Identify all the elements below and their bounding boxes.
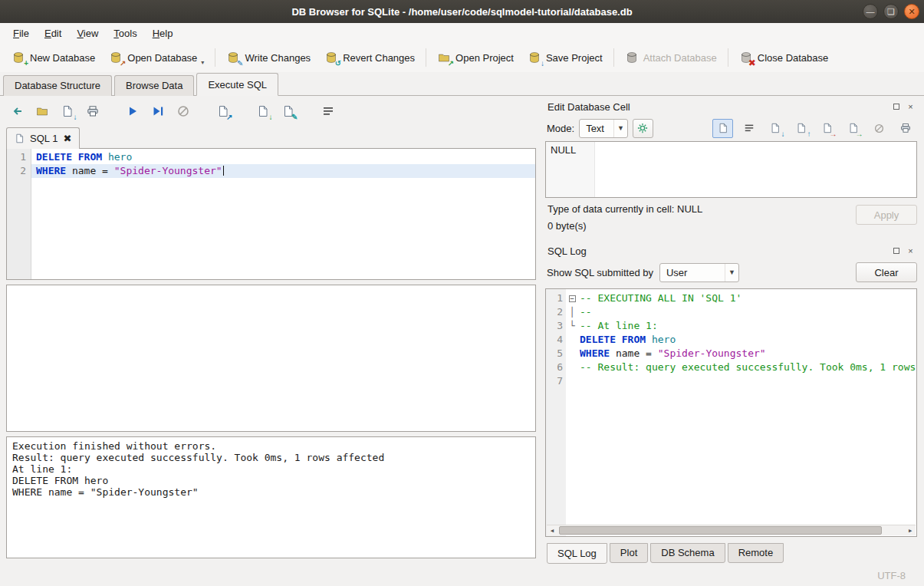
tab-db-schema[interactable]: DB Schema xyxy=(650,543,725,563)
sql-log-view[interactable]: 1 2 3 4 5 6 7 − │ └ xyxy=(545,288,917,537)
tab-plot[interactable]: Plot xyxy=(610,543,648,563)
cell-settings-button[interactable] xyxy=(633,119,653,138)
fold-collapse-icon[interactable]: − xyxy=(569,295,576,302)
print-cell-button[interactable] xyxy=(895,119,916,138)
export-results-button[interactable]: ↗ xyxy=(212,101,233,121)
sql-log-filter-row: Show SQL submitted by User ▼ Clear xyxy=(545,259,917,285)
line-number: 5 xyxy=(546,347,563,360)
maximize-icon: ❏ xyxy=(887,8,895,16)
results-grid[interactable] xyxy=(6,285,536,432)
dock-float-icon[interactable] xyxy=(891,102,901,112)
new-sql-tab-button[interactable] xyxy=(6,101,27,121)
copy-cell-icon: ↑ xyxy=(794,122,808,135)
open-project-icon: ↗ xyxy=(437,51,451,64)
execute-sql-panel: ↓ ↗ ↓ ✎ SQL 1 ✖ xyxy=(0,96,541,565)
open-cell-file-button[interactable]: ↓ xyxy=(765,119,785,138)
close-button[interactable]: ✕ xyxy=(904,4,919,19)
open-database-button[interactable]: ↗ Open Database ▾ xyxy=(102,46,211,69)
revert-changes-button[interactable]: ↺ Revert Changes xyxy=(317,46,422,69)
minimize-icon: — xyxy=(866,8,875,16)
revert-changes-icon: ↺ xyxy=(324,51,338,64)
new-database-button[interactable]: + New Database xyxy=(5,46,102,69)
encoding-indicator[interactable]: UTF-8 xyxy=(877,570,906,581)
log-code-area: -- EXECUTING ALL IN 'SQL 1' -- -- At lin… xyxy=(578,289,916,536)
main-toolbar: + New Database ↗ Open Database ▾ ✎ Write… xyxy=(0,43,924,72)
open-project-button[interactable]: ↗ Open Project xyxy=(430,46,521,69)
menu-view[interactable]: View xyxy=(70,25,105,41)
save-sql-file-button[interactable]: ↓ xyxy=(57,101,77,121)
set-null-button[interactable] xyxy=(869,119,889,138)
sql-log-title: SQL Log xyxy=(547,245,886,257)
export-cell-icon: → xyxy=(847,122,860,135)
message-line: DELETE FROM hero xyxy=(12,475,530,486)
scroll-left-icon[interactable]: ◀ xyxy=(547,525,557,535)
text-mode-button[interactable] xyxy=(712,119,733,138)
dock-close-icon[interactable]: × xyxy=(906,246,916,256)
log-filter-select[interactable]: User ▼ xyxy=(659,263,739,282)
editor-code-area[interactable]: DELETE FROM hero WHERE name = "Spider-Yo… xyxy=(31,149,535,279)
execution-messages: Execution finished without errors. Resul… xyxy=(6,436,536,558)
line-number: 7 xyxy=(546,374,563,388)
menu-help[interactable]: Help xyxy=(146,25,180,41)
write-changes-button[interactable]: ✎ Write Changes xyxy=(219,46,317,69)
title-bar[interactable]: DB Browser for SQLite - /home/user/code/… xyxy=(0,0,924,23)
execute-all-button[interactable] xyxy=(122,101,143,121)
tab-browse-data[interactable]: Browse Data xyxy=(114,75,194,96)
message-line: At line 1: xyxy=(12,463,530,475)
line-number: 1 xyxy=(7,150,26,164)
minimize-button[interactable]: — xyxy=(863,4,878,19)
message-line: Result: query executed successfully. Too… xyxy=(12,452,530,463)
toolbar-separator xyxy=(728,48,728,67)
tab-database-structure[interactable]: Database Structure xyxy=(3,75,112,96)
dock-close-icon[interactable]: × xyxy=(906,102,916,112)
dock-panels: Edit Database Cell × Mode: Text ▼ ↓ ↑ → … xyxy=(541,96,924,565)
format-sql-icon: ✎ xyxy=(281,105,295,118)
execute-current-line-button[interactable] xyxy=(147,101,168,121)
print-sql-button[interactable] xyxy=(82,101,103,121)
save-project-button[interactable]: ↓ Save Project xyxy=(521,46,610,69)
word-wrap-button[interactable] xyxy=(317,101,338,121)
open-cell-icon: ↓ xyxy=(768,122,782,135)
log-line-numbers: 1 2 3 4 5 6 7 xyxy=(546,289,566,536)
cell-editor[interactable]: NULL xyxy=(545,141,917,198)
save-results-icon: ↓ xyxy=(256,105,270,118)
wrap-lines-button[interactable] xyxy=(738,119,759,138)
log-filter-label: Show SQL submitted by xyxy=(547,267,653,278)
cell-editor-body[interactable] xyxy=(595,142,916,197)
open-database-dropdown-icon[interactable]: ▾ xyxy=(201,59,204,69)
tab-execute-sql[interactable]: Execute SQL xyxy=(196,73,278,96)
menu-bar: File Edit View Tools Help xyxy=(0,23,924,43)
dock-float-icon[interactable] xyxy=(891,246,901,256)
main-tab-bar: Database Structure Browse Data Execute S… xyxy=(0,72,924,96)
log-line: -- At line 1: xyxy=(578,319,916,333)
scrollbar-thumb[interactable] xyxy=(559,526,882,535)
sql-editor[interactable]: 1 2 DELETE FROM hero WHERE name = "Spide… xyxy=(6,148,536,280)
clear-log-button[interactable]: Clear xyxy=(856,262,917,282)
menu-edit[interactable]: Edit xyxy=(38,25,68,41)
attach-database-icon xyxy=(625,51,639,64)
import-cell-button[interactable]: → xyxy=(817,119,837,138)
export-cell-button[interactable]: → xyxy=(843,119,863,138)
export-results-icon: ↗ xyxy=(216,105,230,118)
format-sql-button[interactable]: ✎ xyxy=(278,101,298,121)
open-sql-file-button[interactable] xyxy=(31,101,52,121)
scroll-right-icon[interactable]: ▶ xyxy=(905,525,916,535)
tab-sql-log[interactable]: SQL Log xyxy=(547,543,607,564)
apply-button: Apply xyxy=(856,205,917,225)
tab-remote[interactable]: Remote xyxy=(728,543,784,563)
log-line: WHERE name = "Spider-Youngster" xyxy=(578,347,916,360)
save-results-button[interactable]: ↓ xyxy=(252,101,273,121)
menu-tools[interactable]: Tools xyxy=(107,25,143,41)
edit-cell-toolbar: Mode: Text ▼ ↓ ↑ → → xyxy=(545,115,917,141)
maximize-button[interactable]: ❏ xyxy=(883,4,899,19)
horizontal-scrollbar[interactable]: ◀ ▶ xyxy=(547,525,916,535)
sql-toolbar: ↓ ↗ ↓ ✎ xyxy=(6,97,536,125)
sql-tab-close-icon[interactable]: ✖ xyxy=(63,133,71,144)
main-content: ↓ ↗ ↓ ✎ SQL 1 ✖ xyxy=(0,96,924,565)
sql-tab-label: SQL 1 xyxy=(30,133,58,144)
sql-tab-1[interactable]: SQL 1 ✖ xyxy=(6,127,80,149)
copy-cell-button[interactable]: ↑ xyxy=(791,119,811,138)
mode-select[interactable]: Text ▼ xyxy=(579,119,628,138)
close-database-button[interactable]: ✖ Close Database xyxy=(732,46,836,69)
menu-file[interactable]: File xyxy=(6,25,36,41)
